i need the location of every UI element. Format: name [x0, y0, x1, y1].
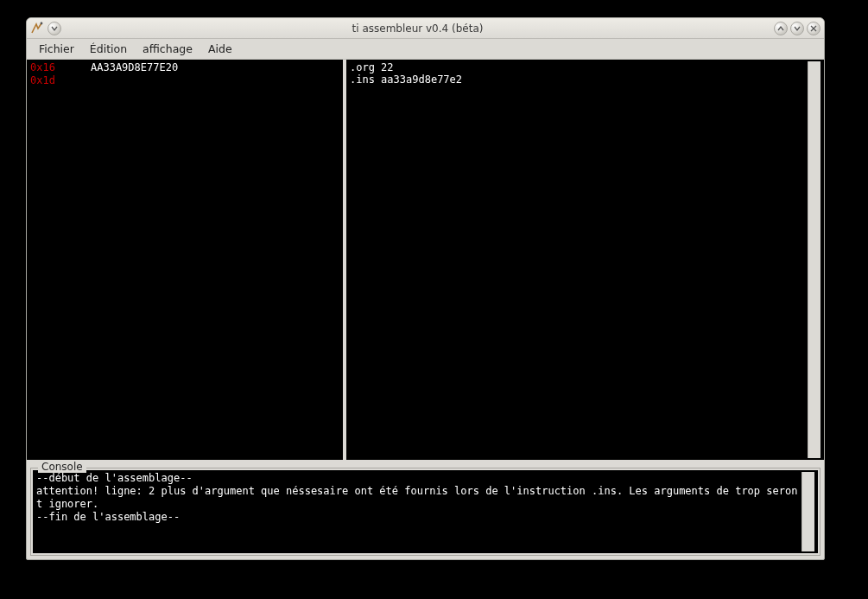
source-line: .ins aa33a9d8e77e2: [350, 73, 808, 86]
menubar: Fichier Édition affichage Aide: [27, 39, 824, 60]
window-menu-button[interactable]: [48, 22, 61, 35]
listing-data: AA33A9D8E77E20: [91, 61, 178, 73]
listing-address: 0x1d: [30, 74, 91, 87]
titlebar[interactable]: ti assembleur v0.4 (béta): [27, 18, 824, 39]
source-editor[interactable]: .org 22 .ins aa33a9d8e77e2: [350, 61, 808, 458]
source-pane: .org 22 .ins aa33a9d8e77e2: [346, 60, 824, 462]
listing-address: 0x16: [30, 61, 91, 74]
console-body: --début de l'assemblage-- attention! lig…: [33, 470, 818, 553]
source-scrollbar[interactable]: [808, 61, 820, 458]
content-area: 0x16AA33A9D8E77E20 0x1d .org 22 .ins aa3…: [27, 60, 824, 559]
app-icon: [30, 22, 44, 35]
source-line: .org 22: [350, 61, 808, 73]
listing-row: 0x1d: [30, 74, 339, 87]
listing-pane[interactable]: 0x16AA33A9D8E77E20 0x1d: [27, 60, 346, 462]
console-fieldset: Console --début de l'assemblage-- attent…: [30, 468, 820, 556]
menu-affichage[interactable]: affichage: [136, 40, 200, 58]
main-window: ti assembleur v0.4 (béta) Fichier Éditio…: [26, 17, 825, 560]
listing-row: 0x16AA33A9D8E77E20: [30, 61, 339, 74]
console-label: Console: [38, 461, 86, 473]
editor-panes: 0x16AA33A9D8E77E20 0x1d .org 22 .ins aa3…: [27, 60, 824, 462]
window-title: ti assembleur v0.4 (béta): [61, 22, 774, 35]
console-output[interactable]: --début de l'assemblage-- attention! lig…: [36, 472, 801, 551]
menu-edition[interactable]: Édition: [83, 40, 134, 58]
titlebar-left: [30, 22, 61, 35]
svg-point-0: [41, 22, 43, 24]
titlebar-right: [774, 22, 820, 35]
menu-aide[interactable]: Aide: [201, 40, 239, 58]
menu-fichier[interactable]: Fichier: [32, 40, 81, 58]
minimize-button[interactable]: [774, 22, 788, 35]
console-scrollbar[interactable]: [801, 472, 814, 551]
maximize-button[interactable]: [790, 22, 804, 35]
console-panel: Console --début de l'assemblage-- attent…: [27, 462, 824, 559]
close-button[interactable]: [807, 22, 820, 35]
